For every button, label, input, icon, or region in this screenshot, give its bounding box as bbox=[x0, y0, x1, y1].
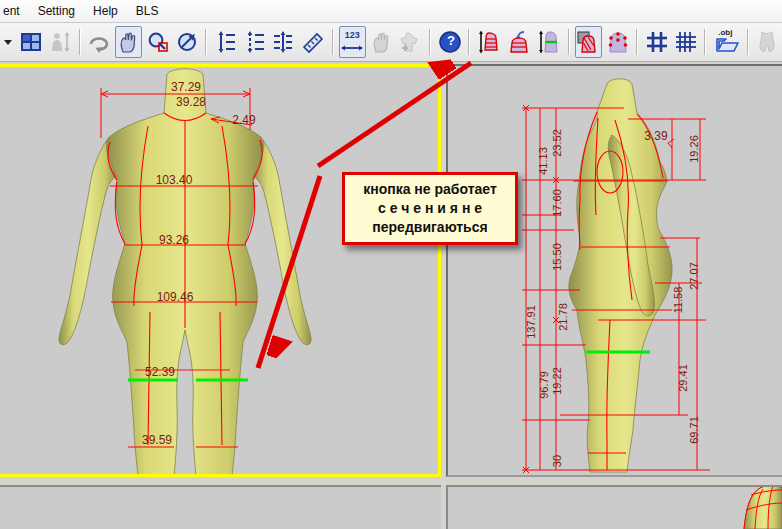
toolbar-separator bbox=[205, 29, 207, 55]
annotation-note: кнопка не работает с е ч е н и я н е пер… bbox=[342, 172, 518, 245]
toolbar-separator bbox=[468, 29, 470, 55]
toolbar: 123 ? bbox=[0, 23, 782, 62]
help-button[interactable]: ? bbox=[436, 26, 463, 58]
bottom-right-figure bbox=[446, 485, 782, 529]
note-line: с е ч е н и я н е bbox=[345, 199, 515, 218]
quad-view-button[interactable] bbox=[18, 26, 45, 58]
body-points-button[interactable] bbox=[604, 26, 631, 58]
body-torso-icon bbox=[755, 30, 779, 54]
dimension-vertical-icon bbox=[214, 31, 238, 53]
rotate-3d-icon bbox=[176, 31, 198, 53]
viewport-side-view[interactable] bbox=[446, 64, 782, 477]
pan-body-icon bbox=[370, 31, 392, 53]
body-section-green-icon bbox=[536, 30, 562, 54]
body-section-rotate-button[interactable] bbox=[505, 26, 533, 58]
front-figure bbox=[0, 64, 441, 477]
pan-body-button[interactable] bbox=[368, 26, 395, 58]
zoom-region-icon bbox=[147, 31, 169, 53]
dimension-vertical-1-button[interactable] bbox=[212, 26, 239, 58]
obj-open-button[interactable]: .obj bbox=[711, 26, 742, 58]
body-height-measure-button[interactable] bbox=[47, 26, 74, 58]
add-body-icon bbox=[398, 31, 422, 53]
measure-123-icon bbox=[340, 30, 364, 54]
dimension-vertical-double-icon bbox=[272, 31, 296, 53]
toolbar-separator bbox=[747, 29, 749, 55]
view-dropdown-button[interactable] bbox=[1, 26, 16, 58]
grid-dense-button[interactable] bbox=[672, 26, 699, 58]
body-section-measure-button[interactable] bbox=[475, 26, 503, 58]
menu-bls[interactable]: BLS bbox=[127, 2, 168, 20]
menu-bar: ent Setting Help BLS bbox=[0, 0, 782, 23]
toolbar-separator bbox=[332, 29, 334, 55]
toolbar-separator bbox=[636, 29, 638, 55]
grid-sparse-icon bbox=[645, 30, 669, 54]
rotate-3d-button[interactable] bbox=[173, 26, 200, 58]
toolbar-separator bbox=[79, 29, 81, 55]
ruler-icon bbox=[301, 30, 325, 54]
toolbar-separator bbox=[704, 29, 706, 55]
obj-folder-icon bbox=[714, 29, 740, 55]
toolbar-separator bbox=[568, 29, 570, 55]
viewport-bottom-right[interactable] bbox=[446, 485, 782, 529]
body-height-icon bbox=[49, 31, 71, 53]
note-line: передвигаються bbox=[345, 218, 515, 237]
rotate-view-button[interactable] bbox=[86, 26, 113, 58]
body-section-green-button[interactable] bbox=[535, 26, 563, 58]
add-body-button[interactable] bbox=[397, 26, 424, 58]
pan-hand-icon bbox=[117, 31, 139, 53]
body-sections-show-button[interactable] bbox=[575, 26, 602, 58]
side-figure bbox=[446, 64, 782, 477]
application-window: { "menu": { "items": [ {"label": "ent"},… bbox=[0, 0, 782, 529]
body-section-rotate-icon bbox=[506, 30, 532, 54]
body-points-icon bbox=[606, 30, 630, 54]
zoom-region-button[interactable] bbox=[144, 26, 171, 58]
body-sections-show-icon bbox=[576, 30, 600, 54]
dimension-vertical-dashed-icon bbox=[243, 31, 267, 53]
dimension-vertical-2-button[interactable] bbox=[241, 26, 268, 58]
note-line: кнопка не работает bbox=[345, 180, 515, 199]
body-torso-button[interactable] bbox=[754, 26, 781, 58]
chevron-down-icon bbox=[3, 38, 13, 46]
menu-document[interactable]: ent bbox=[0, 2, 29, 20]
grid-dense-icon bbox=[674, 30, 698, 54]
grid-sparse-button[interactable] bbox=[643, 26, 670, 58]
pan-hand-button[interactable] bbox=[115, 26, 142, 58]
measure-123-button[interactable]: 123 bbox=[339, 26, 366, 58]
dimension-vertical-3-button[interactable] bbox=[270, 26, 297, 58]
help-icon bbox=[438, 30, 462, 54]
ruler-button[interactable] bbox=[300, 26, 327, 58]
viewport-bottom-left[interactable] bbox=[0, 485, 441, 529]
body-section-measure-icon bbox=[476, 30, 502, 54]
quad-view-icon bbox=[20, 31, 42, 53]
viewport-front-view[interactable] bbox=[0, 64, 441, 477]
rotate-view-icon bbox=[87, 31, 111, 53]
menu-help[interactable]: Help bbox=[84, 2, 127, 20]
menu-setting[interactable]: Setting bbox=[29, 2, 84, 20]
toolbar-separator bbox=[429, 29, 431, 55]
